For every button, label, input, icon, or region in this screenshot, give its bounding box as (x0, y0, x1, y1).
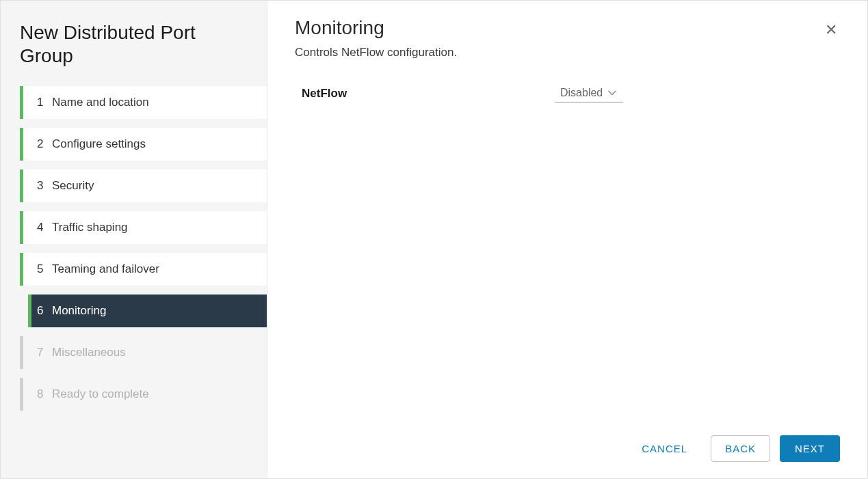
page-title: Monitoring (295, 17, 457, 39)
back-button[interactable]: BACK (711, 435, 770, 462)
step-number: 2 (37, 137, 52, 151)
netflow-label: NetFlow (295, 87, 555, 100)
step-number: 4 (37, 221, 52, 234)
step-label: Configure settings (52, 137, 256, 151)
step-label: Monitoring (52, 304, 256, 318)
step-teaming-and-failover[interactable]: 5 Teaming and failover (20, 253, 267, 286)
step-traffic-shaping[interactable]: 4 Traffic shaping (20, 211, 267, 244)
netflow-row: NetFlow Disabled (295, 84, 840, 102)
step-label: Teaming and failover (52, 262, 256, 276)
wizard-footer: CANCEL BACK NEXT (628, 435, 840, 462)
step-miscellaneous: 7 Miscellaneous (20, 336, 267, 369)
step-ready-to-complete: 8 Ready to complete (20, 378, 267, 411)
cancel-button[interactable]: CANCEL (628, 436, 701, 461)
step-label: Ready to complete (52, 387, 256, 401)
next-button[interactable]: NEXT (780, 435, 840, 462)
wizard-sidebar: New Distributed Port Group 1 Name and lo… (1, 1, 267, 478)
step-security[interactable]: 3 Security (20, 169, 267, 202)
page-subtitle: Controls NetFlow configuration. (295, 46, 457, 59)
header-text: Monitoring Controls NetFlow configuratio… (295, 17, 457, 84)
step-label: Traffic shaping (52, 221, 256, 234)
netflow-value: Disabled (560, 87, 603, 99)
step-label: Miscellaneous (52, 346, 256, 359)
wizard-dialog: New Distributed Port Group 1 Name and lo… (0, 0, 868, 479)
close-button[interactable]: ✕ (822, 20, 840, 40)
chevron-down-icon (608, 88, 616, 98)
step-label: Security (52, 179, 256, 193)
step-name-and-location[interactable]: 1 Name and location (20, 86, 267, 119)
step-number: 6 (37, 304, 52, 318)
wizard-steps-list: 1 Name and location 2 Configure settings… (1, 86, 267, 420)
step-number: 1 (37, 96, 52, 109)
wizard-title: New Distributed Port Group (1, 17, 267, 86)
step-label: Name and location (52, 96, 256, 109)
step-number: 8 (37, 387, 52, 401)
step-monitoring[interactable]: 6 Monitoring (28, 295, 267, 327)
step-number: 3 (37, 179, 52, 193)
content-header: Monitoring Controls NetFlow configuratio… (295, 17, 840, 84)
step-configure-settings[interactable]: 2 Configure settings (20, 128, 267, 161)
step-number: 5 (37, 262, 52, 276)
step-number: 7 (37, 346, 52, 359)
netflow-dropdown[interactable]: Disabled (555, 84, 623, 102)
wizard-content: Monitoring Controls NetFlow configuratio… (267, 1, 867, 478)
close-icon: ✕ (825, 21, 837, 38)
